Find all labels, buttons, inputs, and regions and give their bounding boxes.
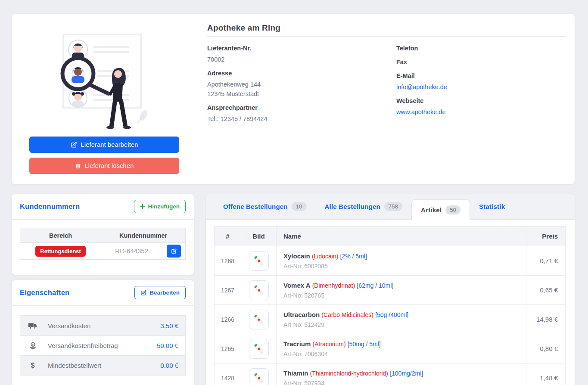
title-divider: [207, 36, 566, 37]
article-name: Xylocain: [283, 252, 310, 260]
supplier-info-right: Telefon Fax E-Mail info@apotheke.de Webs…: [396, 45, 447, 122]
supplier-delete-label: Lieferant löschen: [85, 162, 134, 169]
article-id: 1265: [215, 334, 241, 363]
area-badge: Rettungsdienst: [35, 246, 86, 257]
property-value: 3.50 €: [160, 322, 178, 329]
customer-number-value: RD-644352: [115, 247, 148, 255]
fax-label: Fax: [396, 59, 447, 65]
article-dose: [2% / 5ml]: [340, 253, 367, 260]
tab-count-badge: 50: [445, 205, 460, 214]
edit-properties-button[interactable]: Bearbeiten: [134, 286, 186, 299]
articles-table: # Bild Name Preis 1268: [214, 226, 566, 385]
supplier-number-value: 70002: [207, 55, 267, 64]
orders-articles-card: Offene Bestellungen 10 Alle Bestellungen…: [206, 194, 575, 385]
customer-numbers-card: Kundennummern Hinzufügen Bereich Kundenn…: [12, 194, 194, 275]
article-thumbnail: [249, 368, 269, 385]
article-row[interactable]: 1428 Thiamin (Thiaminchlorid-hydrochlor: [215, 363, 566, 385]
article-row[interactable]: 1267 Vomex A (Dimenhydrinat): [215, 276, 566, 305]
article-dose: [100mg/2ml]: [390, 370, 423, 377]
article-number: Art-No: 520765: [283, 292, 526, 299]
ampoule-icon: [251, 312, 267, 327]
article-thumbnail: [249, 280, 269, 300]
customer-number-row: Rettungsdienst RD-644352: [20, 243, 186, 260]
coin-deposit-icon: [27, 342, 38, 350]
plus-icon: [140, 204, 145, 209]
article-row[interactable]: 1268 Xylocain (Lidocain) [2%: [215, 246, 566, 276]
supplier-edit-label: Lieferant bearbeiten: [81, 141, 138, 148]
property-row-mindestbestellwert: $ Mindestbestellwert 0.00 €: [20, 355, 185, 375]
column-header-preis: Preis: [526, 227, 566, 246]
customer-numbers-table: Bereich Kundennummer Rettungsdienst RD-6…: [20, 228, 186, 260]
column-header-bild: Bild: [241, 227, 277, 246]
ampoule-icon: [251, 283, 267, 298]
property-label: Versandkostenfreibetrag: [48, 342, 157, 349]
article-thumbnail: [249, 251, 269, 271]
address-line2: 12345 Musterstadt: [207, 89, 267, 99]
column-header-id: #: [215, 227, 241, 246]
address-line1: Apothekenweg 144: [207, 80, 267, 89]
supplier-info-left: Lieferanten-Nr. 70002 Adresse Apothekenw…: [207, 45, 267, 129]
column-header-kundennummer: Kundennummer: [101, 228, 186, 243]
tab-label: Offene Bestellungen: [223, 203, 288, 210]
tab-count-badge: 758: [384, 202, 402, 211]
tab-bar: Offene Bestellungen 10 Alle Bestellungen…: [206, 194, 575, 220]
contact-label: Ansprechpartner: [207, 104, 267, 111]
ampoule-icon: [251, 253, 267, 269]
article-substance: (Atracurium): [313, 341, 346, 348]
article-name: Ultracarbon: [283, 311, 320, 318]
article-number: Art-No: 512429: [283, 321, 526, 328]
article-id: 1267: [215, 276, 241, 305]
property-value: 50.00 €: [157, 342, 178, 349]
article-dose: [50g /400ml]: [375, 311, 408, 318]
dollar-icon: $: [27, 362, 38, 369]
edit-customer-number-button[interactable]: [167, 245, 181, 258]
website-label: Webseite: [396, 97, 447, 104]
article-name: Vomex A: [283, 282, 311, 289]
tab-offene-bestellungen[interactable]: Offene Bestellungen 10: [214, 194, 316, 219]
page-title: Apotheke am Ring: [207, 23, 280, 33]
article-price: 0,65 €: [526, 276, 566, 305]
supplier-delete-button[interactable]: Lieferant löschen: [29, 158, 179, 174]
article-name: Tracrium: [283, 340, 311, 348]
tab-label: Statistik: [479, 203, 505, 210]
supplier-card: Apotheke am Ring Lieferanten-Nr. 70002 A…: [12, 14, 575, 184]
article-id: 1266: [215, 305, 241, 334]
ampoule-icon: [251, 370, 267, 385]
contact-value: Tel.: 12345 / 7894424: [207, 114, 267, 124]
edit-icon: [140, 290, 146, 296]
tab-label: Alle Bestellungen: [325, 203, 380, 210]
property-label: Mindestbestellwert: [48, 362, 160, 369]
tab-artikel[interactable]: Artikel 50: [411, 199, 470, 220]
ampoule-icon: [251, 341, 267, 357]
add-customer-number-button[interactable]: Hinzufügen: [134, 200, 186, 213]
tab-statistik[interactable]: Statistik: [470, 194, 514, 219]
article-id: 1428: [215, 363, 241, 385]
tab-count-badge: 10: [292, 202, 307, 211]
edit-icon: [171, 248, 177, 254]
edit-properties-label: Bearbeiten: [149, 289, 180, 296]
address-label: Adresse: [207, 70, 267, 77]
article-price: 0,71 €: [526, 246, 566, 276]
supplier-edit-button[interactable]: Lieferant bearbeiten: [29, 137, 179, 153]
email-link[interactable]: info@apotheke.de: [396, 82, 447, 92]
article-substance: (Thiaminchlorid-hydrochlorid): [310, 370, 388, 377]
edit-icon: [71, 142, 77, 148]
article-row[interactable]: 1265 Tracrium (Atracurium) [5: [215, 334, 566, 363]
phone-label: Telefon: [396, 45, 447, 52]
article-number: Art-No: 6002085: [283, 263, 526, 270]
email-label: E-Mail: [396, 72, 447, 79]
article-price: 1,48 €: [526, 363, 566, 385]
article-substance: (Lidocain): [312, 253, 338, 260]
tab-alle-bestellungen[interactable]: Alle Bestellungen 758: [316, 194, 412, 219]
people-search-illustration-icon: [50, 26, 161, 136]
trash-icon: [75, 163, 81, 169]
article-row[interactable]: 1266 Ultracarbon (Carbo Midicinales): [215, 305, 566, 334]
article-thumbnail: [249, 339, 269, 359]
article-thumbnail: [249, 310, 269, 329]
property-label: Versandkosten: [48, 322, 160, 329]
tab-label: Artikel: [421, 206, 442, 214]
customer-numbers-title: Kundennummern: [20, 202, 80, 211]
article-name: Thiamin: [283, 369, 308, 377]
website-link[interactable]: www.apotheke.de: [396, 107, 445, 117]
truck-icon: [27, 322, 38, 330]
